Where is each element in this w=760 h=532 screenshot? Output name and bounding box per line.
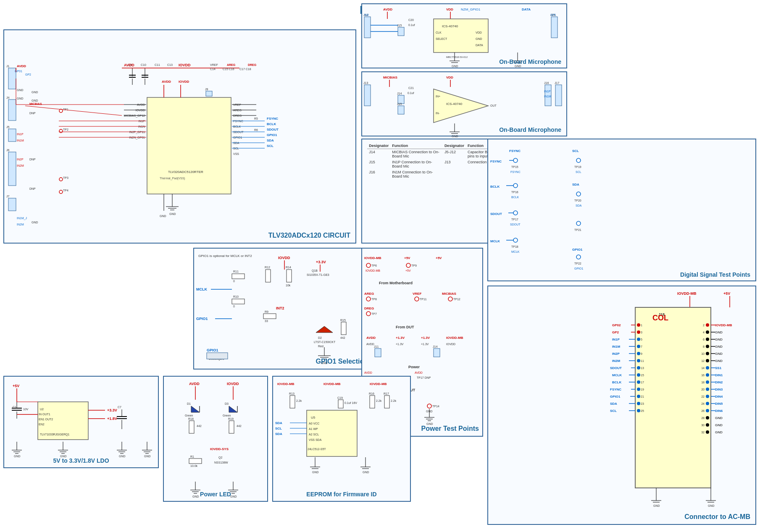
svg-text:IOVDD: IOVDD <box>278 256 290 260</box>
svg-text:IOVDD-MB: IOVDD-MB <box>323 382 341 386</box>
svg-rect-474 <box>434 19 488 52</box>
svg-point-427 <box>706 395 709 398</box>
svg-point-347 <box>637 330 640 334</box>
svg-text:TP15: TP15 <box>511 165 518 168</box>
svg-point-94 <box>59 129 63 133</box>
svg-text:GND: GND <box>32 91 38 94</box>
svg-text:OUT: OUT <box>490 104 497 107</box>
svg-text:IN2P: IN2P <box>17 158 24 161</box>
svg-text:R16: R16 <box>369 392 374 395</box>
power-tp-label: Power Test Points <box>421 425 479 432</box>
svg-text:GPIO1 is optional for MCLK or : GPIO1 is optional for MCLK or INT2 <box>198 254 252 258</box>
svg-rect-194 <box>375 349 381 357</box>
svg-text:442: 442 <box>197 425 202 427</box>
svg-text:R12: R12 <box>265 266 270 269</box>
svg-text:CLK: CLK <box>436 31 442 34</box>
gpio-label: GPIO1 Selection <box>316 358 368 365</box>
svg-text:ICS-40740: ICS-40740 <box>442 24 458 28</box>
svg-text:GND: GND <box>476 37 482 40</box>
svg-text:J16: J16 <box>544 81 549 84</box>
svg-text:10: 10 <box>701 352 705 355</box>
svg-text:GP01: GP01 <box>15 70 22 73</box>
svg-text:From DUT: From DUT <box>396 325 414 329</box>
mic1-label: On-Board Microphone <box>499 58 561 65</box>
svg-text:A1  WP: A1 WP <box>309 427 318 430</box>
svg-text:MBCT5818-50-012: MBCT5818-50-012 <box>446 56 468 58</box>
svg-text:MICBIAS: MICBIAS <box>29 102 42 105</box>
svg-text:J11: J11 <box>374 345 379 348</box>
svg-point-431 <box>637 402 640 405</box>
svg-text:R18: R18 <box>188 417 194 420</box>
svg-text:GND: GND <box>653 504 660 507</box>
jumper-r1-c1: J14 <box>367 149 390 160</box>
svg-text:GPIO1: GPIO1 <box>196 317 208 321</box>
svg-text:C21: C21 <box>408 86 414 89</box>
svg-text:MICBIAS: MICBIAS <box>442 292 456 296</box>
svg-point-375 <box>637 380 640 384</box>
svg-text:DNP: DNP <box>29 112 36 115</box>
ldo-label: 5V to 3.3V/1.8V LDO <box>53 457 109 464</box>
svg-point-407 <box>706 366 709 370</box>
svg-point-449 <box>706 423 709 427</box>
svg-rect-496 <box>364 85 371 106</box>
svg-text:AVDD: AVDD <box>415 371 423 374</box>
svg-rect-152 <box>341 322 346 335</box>
svg-text:MICBIAS: MICBIAS <box>383 76 397 79</box>
jumper-r2-c3: J13 <box>443 159 466 169</box>
svg-text:GP2: GP2 <box>612 330 619 334</box>
svg-point-443 <box>706 409 709 412</box>
svg-point-541 <box>576 192 581 196</box>
svg-text:IN1M_J: IN1M_J <box>17 217 27 220</box>
svg-text:VREF: VREF <box>413 292 421 296</box>
svg-text:GP2: GP2 <box>25 73 31 76</box>
connector-box: +5V IOVDD-MB J18 GP02 1 GP2 3 IN1P 5 IN1… <box>487 286 756 525</box>
svg-text:IN1P: IN1P <box>544 90 551 93</box>
svg-text:TP8: TP8 <box>371 298 377 301</box>
svg-text:IOVDD-MB: IOVDD-MB <box>366 269 380 272</box>
svg-text:IOVDD-MB: IOVDD-MB <box>277 382 295 386</box>
svg-rect-75 <box>8 152 16 186</box>
svg-text:DIN3: DIN3 <box>715 388 723 391</box>
svg-text:33: 33 <box>265 320 268 322</box>
ldo-box: +5V C1 10V U2 IN OUT1 EN1 OUT2 EN2 TLV71… <box>3 376 159 468</box>
main-schematic-content: TLV320ADC5120RTER Thermal_Pad(VSS) AVDD … <box>4 30 355 243</box>
svg-point-395 <box>706 345 709 348</box>
svg-text:SI1035X-T1-GE3: SI1035X-T1-GE3 <box>307 273 329 276</box>
svg-text:GND: GND <box>17 89 24 92</box>
jumper-r3-c1: J16 <box>367 169 390 179</box>
svg-text:2.2k: 2.2k <box>376 399 382 402</box>
svg-text:IOVDD-MB: IOVDD-MB <box>370 382 387 386</box>
svg-text:GND: GND <box>715 330 723 334</box>
jumper-col3-header: Designator <box>443 143 466 149</box>
svg-point-207 <box>427 404 431 408</box>
svg-text:IN-: IN- <box>436 112 440 115</box>
svg-text:GND: GND <box>715 416 723 420</box>
svg-text:FSYNC: FSYNC <box>509 149 521 153</box>
svg-text:IN2M: IN2M <box>17 223 24 226</box>
svg-point-96 <box>59 178 63 181</box>
svg-text:GND: GND <box>192 495 199 498</box>
svg-text:DIN4: DIN4 <box>715 395 723 398</box>
svg-point-524 <box>513 158 518 162</box>
svg-point-419 <box>706 388 709 391</box>
svg-text:DNP: DNP <box>29 187 36 190</box>
svg-rect-130 <box>232 299 245 304</box>
svg-point-537 <box>576 158 581 162</box>
svg-text:14: 14 <box>701 367 705 370</box>
svg-text:A2  SCL: A2 SCL <box>309 433 319 436</box>
svg-text:VSS  SDA: VSS SDA <box>309 438 322 441</box>
svg-text:R13: R13 <box>289 392 295 395</box>
svg-text:NZM_GPIO1: NZM_GPIO1 <box>461 8 481 11</box>
svg-text:Q1B: Q1B <box>312 269 318 273</box>
svg-point-411 <box>706 373 709 377</box>
svg-text:25: 25 <box>641 409 644 412</box>
svg-text:GPIO1: GPIO1 <box>572 248 583 252</box>
svg-text:19: 19 <box>641 388 644 391</box>
svg-text:IN2M: IN2M <box>612 359 620 363</box>
ldo-svg: +5V C1 10V U2 IN OUT1 EN1 OUT2 EN2 TLV71… <box>4 377 160 469</box>
svg-text:+3.3V: +3.3V <box>107 408 117 412</box>
svg-text:J1: J1 <box>6 65 10 68</box>
svg-text:SCL: SCL <box>610 409 617 413</box>
svg-text:VDD: VDD <box>446 8 453 11</box>
svg-text:TP22: TP22 <box>574 262 581 265</box>
